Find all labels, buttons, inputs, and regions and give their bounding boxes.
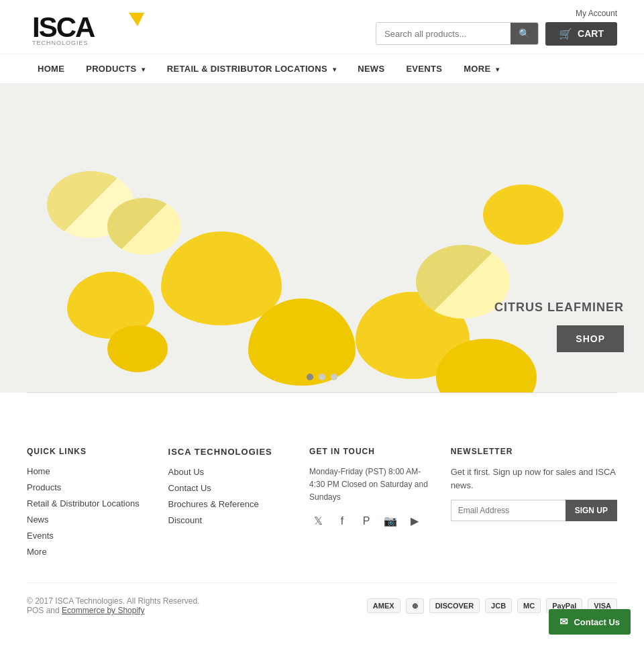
- list-item: Home: [27, 466, 148, 476]
- cart-label: CART: [578, 28, 604, 39]
- footer-link-home[interactable]: Home: [27, 466, 50, 476]
- search-bar: 🔍: [376, 22, 539, 45]
- lemon-small: [107, 325, 168, 372]
- contact-float-label: Contact Us: [574, 617, 620, 627]
- facebook-icon[interactable]: f: [333, 512, 351, 530]
- envelope-icon: ✉: [559, 616, 568, 628]
- carousel-dots: [307, 374, 337, 380]
- cart-icon: 🛒: [559, 28, 572, 40]
- retail-dropdown-arrow: ▾: [333, 66, 336, 73]
- nav-link-news[interactable]: NEWS: [347, 54, 395, 83]
- hero-section: CITRUS LEAFMINER SHOP: [0, 84, 644, 392]
- isca-title: ISCA TECHNOLOGIES: [168, 447, 290, 457]
- lemon-big-1: [161, 231, 282, 325]
- nav-item-home: HOME: [27, 54, 75, 83]
- twitter-icon[interactable]: 𝕏: [309, 512, 327, 530]
- search-input[interactable]: [376, 23, 511, 44]
- newsletter-desc: Get it first. Sign up now for sales and …: [451, 466, 617, 492]
- carousel-dot-3[interactable]: [331, 374, 337, 380]
- header-right: My Account 🔍 🛒 CART: [376, 9, 617, 46]
- footer-link-more[interactable]: More: [27, 547, 47, 557]
- nav-list: HOME PRODUCTS ▾ RETAIL & DISTRIBUTOR LOC…: [27, 54, 617, 83]
- logo-area: ISCA TECHNOLOGIES: [27, 7, 148, 47]
- mastercard-icon: MC: [517, 598, 541, 613]
- footer-get-in-touch: GET IN TOUCH Monday-Friday (PST) 8:00 AM…: [309, 447, 431, 562]
- newsletter-signup-button[interactable]: SIGN UP: [566, 500, 617, 521]
- search-button[interactable]: 🔍: [511, 23, 538, 44]
- footer-isca: ISCA TECHNOLOGIES About Us Contact Us Br…: [168, 447, 290, 562]
- contact-float-button[interactable]: ✉ Contact Us: [549, 609, 631, 629]
- navigation: HOME PRODUCTS ▾ RETAIL & DISTRIBUTOR LOC…: [0, 54, 644, 84]
- carousel-dot-1[interactable]: [307, 374, 313, 380]
- logo[interactable]: ISCA TECHNOLOGIES: [27, 7, 148, 47]
- hero-title: CITRUS LEAFMINER: [494, 301, 624, 315]
- svg-text:ISCA: ISCA: [32, 11, 95, 43]
- shop-button[interactable]: SHOP: [557, 325, 624, 352]
- my-account-link[interactable]: My Account: [576, 9, 617, 18]
- search-icon: 🔍: [519, 28, 530, 39]
- quick-links-list: Home Products Retail & Distributor Locat…: [27, 466, 148, 557]
- list-item: More: [27, 546, 148, 557]
- list-item: Events: [27, 530, 148, 541]
- footer-link-contact[interactable]: Contact Us: [168, 483, 211, 493]
- social-icons: 𝕏 f P 📷 ▶: [309, 512, 431, 530]
- footer-link-products[interactable]: Products: [27, 482, 61, 492]
- nav-item-retail: RETAIL & DISTRIBUTOR LOCATIONS ▾: [156, 54, 347, 83]
- pinterest-icon[interactable]: P: [358, 512, 375, 530]
- list-item: Brochures & Reference: [168, 498, 290, 509]
- discover-icon: DISCOVER: [429, 598, 480, 613]
- footer-link-discount[interactable]: Discount: [168, 515, 203, 525]
- hero-overlay: CITRUS LEAFMINER SHOP: [419, 84, 644, 392]
- newsletter-email-input[interactable]: [451, 500, 566, 521]
- cart-button[interactable]: 🛒 CART: [545, 22, 617, 46]
- spacer: [0, 393, 644, 420]
- instagram-icon[interactable]: 📷: [382, 512, 399, 530]
- youtube-icon[interactable]: ▶: [406, 512, 423, 530]
- footer-copyright: © 2017 ISCA Technologies. All Rights Res…: [27, 596, 199, 615]
- get-in-touch-title: GET IN TOUCH: [309, 447, 431, 456]
- nav-link-products[interactable]: PRODUCTS ▾: [75, 54, 156, 83]
- diners-icon: ⊕: [406, 598, 424, 614]
- nav-item-products: PRODUCTS ▾: [75, 54, 156, 83]
- footer-link-events[interactable]: Events: [27, 531, 54, 541]
- footer-link-retail[interactable]: Retail & Distributor Locations: [27, 498, 140, 508]
- jcb-icon: JCB: [485, 598, 512, 613]
- list-item: News: [27, 514, 148, 525]
- footer-newsletter: NEWSLETTER Get it first. Sign up now for…: [451, 447, 617, 562]
- nav-link-more[interactable]: MORE ▾: [453, 54, 510, 83]
- footer-bottom: © 2017 ISCA Technologies. All Rights Res…: [27, 582, 617, 615]
- newsletter-form: SIGN UP: [451, 500, 617, 521]
- nav-item-more: MORE ▾: [453, 54, 510, 83]
- isca-links-list: About Us Contact Us Brochures & Referenc…: [168, 466, 290, 525]
- list-item: Retail & Distributor Locations: [27, 498, 148, 508]
- footer-quick-links: QUICK LINKS Home Products Retail & Distr…: [27, 447, 148, 562]
- footer-link-news[interactable]: News: [27, 515, 49, 525]
- more-dropdown-arrow: ▾: [496, 66, 499, 73]
- header: ISCA TECHNOLOGIES My Account 🔍 🛒 CA: [0, 0, 644, 84]
- nav-link-events[interactable]: EVENTS: [395, 54, 453, 83]
- carousel-dot-2[interactable]: [319, 374, 325, 380]
- header-top: ISCA TECHNOLOGIES My Account 🔍 🛒 CA: [0, 0, 644, 54]
- nav-item-events: EVENTS: [395, 54, 453, 83]
- copyright-text: © 2017 ISCA Technologies. All Rights Res…: [27, 596, 199, 606]
- footer-link-brochures[interactable]: Brochures & Reference: [168, 499, 259, 509]
- nav-link-home[interactable]: HOME: [27, 54, 75, 83]
- lemon-cut-2: [107, 198, 181, 255]
- footer-link-about[interactable]: About Us: [168, 467, 204, 477]
- nav-link-retail[interactable]: RETAIL & DISTRIBUTOR LOCATIONS ▾: [156, 54, 347, 83]
- footer-grid: QUICK LINKS Home Products Retail & Distr…: [27, 447, 617, 562]
- list-item: Contact Us: [168, 482, 290, 493]
- nav-item-news: NEWS: [347, 54, 395, 83]
- products-dropdown-arrow: ▾: [142, 66, 145, 73]
- amex-icon: AMEX: [367, 598, 400, 613]
- list-item: About Us: [168, 466, 290, 477]
- quick-links-title: QUICK LINKS: [27, 447, 148, 456]
- list-item: Products: [27, 482, 148, 492]
- svg-text:TECHNOLOGIES: TECHNOLOGIES: [32, 40, 89, 46]
- pos-text: POS and: [27, 606, 60, 615]
- get-in-touch-hours: Monday-Friday (PST) 8:00 AM- 4:30 PM Clo…: [309, 466, 431, 504]
- footer: QUICK LINKS Home Products Retail & Distr…: [0, 420, 644, 629]
- list-item: Discount: [168, 515, 290, 525]
- ecommerce-link[interactable]: Ecommerce by Shopify: [62, 606, 144, 615]
- newsletter-title: NEWSLETTER: [451, 447, 617, 456]
